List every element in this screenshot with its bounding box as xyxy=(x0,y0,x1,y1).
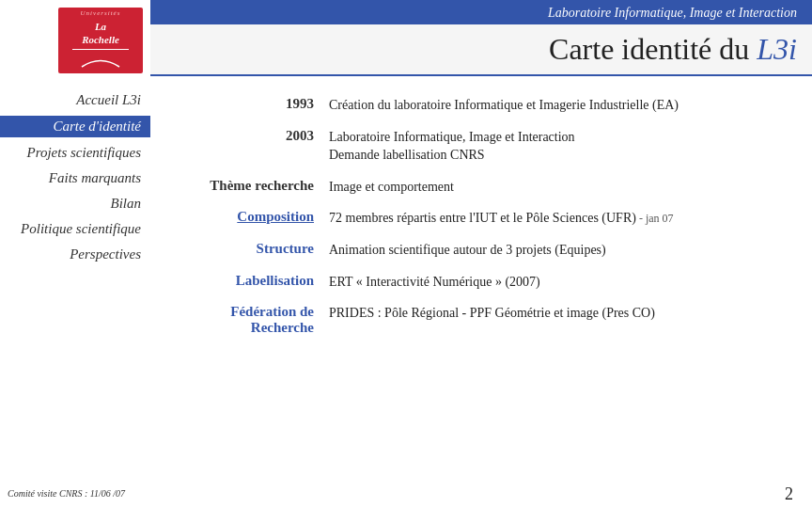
row-value-6: PRIDES : Pôle Régional - PPF Géométrie e… xyxy=(329,304,793,323)
row-label-6: Fédération de Recherche xyxy=(169,304,329,336)
page-title: Carte identité du L3i xyxy=(549,32,797,66)
row-label-1: 2003 xyxy=(169,128,329,144)
sidebar-item-perspectives[interactable]: Perspectives xyxy=(0,245,150,264)
logo-text: Universités La Rochelle xyxy=(69,8,133,73)
page-number: 2 xyxy=(150,481,812,508)
title-prefix: Carte identité du xyxy=(549,32,757,66)
content-row-3: Composition72 membres répartis entre l'I… xyxy=(169,202,793,234)
row-value-0: Création du laboratoire Informatique et … xyxy=(329,96,793,115)
content-row-5: LabellisationERT « Interactivité Numériq… xyxy=(169,266,793,298)
row-value-5: ERT « Interactivité Numérique » (2007) xyxy=(329,273,793,292)
row-value-2: Image et comportement xyxy=(329,178,793,197)
row-value-3: 72 membres répartis entre l'IUT et le Pô… xyxy=(329,209,793,228)
sidebar-item-bilan[interactable]: Bilan xyxy=(0,194,150,214)
sidebar-item-politique[interactable]: Politique scientifique xyxy=(0,219,150,239)
sidebar-item-accueil[interactable]: Accueil L3i xyxy=(0,90,150,110)
sidebar-item-faits[interactable]: Faits marquants xyxy=(0,168,150,188)
row-label-4: Structure xyxy=(169,241,329,257)
content-row-4: StructureAnimation scientifique autour d… xyxy=(169,234,793,266)
sidebar-footer: Comité visite CNRS : 11/06 /07 xyxy=(0,488,150,499)
row-value-4: Animation scientifique autour de 3 proje… xyxy=(329,241,793,260)
title-brand: L3i xyxy=(757,32,797,66)
sidebar-item-carte[interactable]: Carte d'identité xyxy=(0,116,150,137)
title-bar: Carte identité du L3i xyxy=(150,24,812,76)
content-row-6: Fédération de RecherchePRIDES : Pôle Rég… xyxy=(169,297,793,342)
row-label-0: 1993 xyxy=(169,96,329,112)
row-value-suffix-3: - jan 07 xyxy=(636,212,674,225)
row-label-2: Thème recherche xyxy=(169,178,329,194)
sidebar-item-projets[interactable]: Projets scientifiques xyxy=(0,143,150,163)
row-label-5: Labellisation xyxy=(169,273,329,289)
nav-menu: Accueil L3iCarte d'identitéProjets scien… xyxy=(0,90,150,264)
content-row-0: 1993Création du laboratoire Informatique… xyxy=(169,89,793,121)
row-label-3[interactable]: Composition xyxy=(169,209,329,225)
row-value-1: Laboratoire Informatique, Image et Inter… xyxy=(329,128,793,165)
header-subtitle: Laboratoire Informatique, Image et Inter… xyxy=(548,6,797,20)
university-logo: Universités La Rochelle xyxy=(58,8,143,73)
sidebar: Universités La Rochelle Accueil L3iCarte… xyxy=(0,0,150,508)
content-row-1: 2003Laboratoire Informatique, Image et I… xyxy=(169,121,793,171)
content-area: 1993Création du laboratoire Informatique… xyxy=(150,76,812,481)
top-header: Laboratoire Informatique, Image et Inter… xyxy=(150,0,812,24)
content-row-2: Thème rechercheImage et comportement xyxy=(169,171,793,203)
main-content: Laboratoire Informatique, Image et Inter… xyxy=(150,0,812,508)
logo-container: Universités La Rochelle xyxy=(0,0,150,81)
